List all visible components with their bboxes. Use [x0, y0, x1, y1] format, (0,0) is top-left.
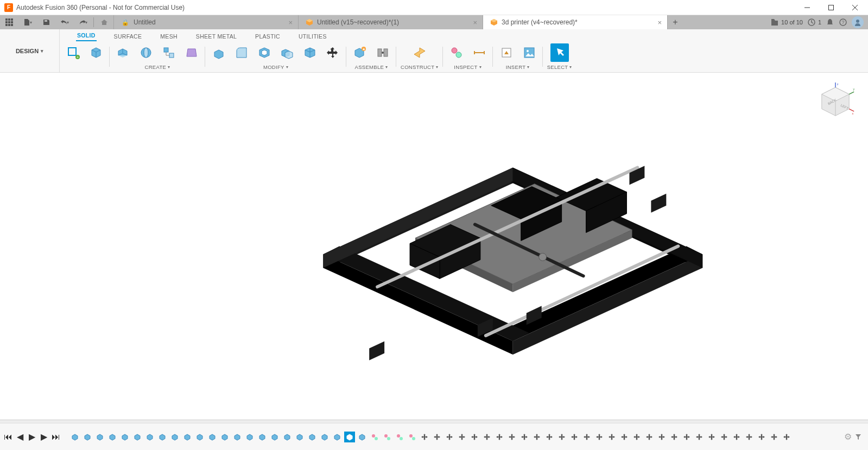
timeline-item[interactable] [157, 432, 168, 442]
timeline-item[interactable] [244, 432, 255, 442]
group-label-create[interactable]: CREATE [145, 63, 170, 70]
timeline-item[interactable] [756, 432, 767, 442]
measure-tool[interactable] [447, 43, 466, 62]
tab-close-icon[interactable]: × [657, 18, 662, 27]
joint-tool[interactable] [373, 43, 392, 62]
timeline-item[interactable] [119, 432, 130, 442]
extensions-status[interactable]: 10 of 10 [770, 18, 803, 27]
timeline-item[interactable] [656, 432, 667, 442]
timeline-item[interactable] [307, 432, 318, 442]
timeline-item[interactable] [407, 432, 417, 442]
ribbon-tab-mesh[interactable]: MESH [159, 31, 179, 41]
redo-button[interactable]: ▾ [74, 15, 92, 29]
timeline-item[interactable] [269, 432, 280, 442]
tab-close-icon[interactable]: × [473, 18, 477, 27]
timeline-item[interactable] [194, 432, 205, 442]
timeline-item[interactable] [594, 432, 605, 442]
timeline-item[interactable] [257, 432, 268, 442]
group-label-construct[interactable]: CONSTRUCT [401, 63, 439, 70]
timeline-item[interactable] [706, 432, 717, 442]
timeline-item[interactable] [369, 432, 380, 442]
timeline-item[interactable] [332, 432, 343, 442]
timeline-item[interactable] [344, 432, 355, 442]
timeline-item[interactable] [469, 432, 480, 442]
move-tool[interactable] [324, 43, 342, 62]
notification-icon[interactable] [826, 18, 834, 27]
timeline-item[interactable] [544, 432, 555, 442]
timeline-item[interactable] [519, 432, 530, 442]
group-label-select[interactable]: SELECT [547, 63, 572, 70]
revolve-tool[interactable] [137, 43, 155, 62]
group-label-insert[interactable]: INSERT [506, 63, 530, 70]
undo-button[interactable]: ▾ [55, 15, 74, 29]
timeline-next-button[interactable]: ▶ [39, 432, 49, 442]
loft-tool[interactable] [182, 43, 201, 62]
sweep-tool[interactable] [160, 43, 178, 62]
combine-tool[interactable] [278, 43, 296, 62]
viewport[interactable]: BACK LEFT y z x [0, 73, 868, 420]
timeline-item[interactable] [556, 432, 567, 442]
ribbon-tab-sheet-metal[interactable]: SHEET METAL [195, 31, 238, 41]
create-sketch-tool[interactable]: + [64, 43, 83, 62]
timeline-item[interactable] [319, 432, 330, 442]
maximize-button[interactable] [819, 0, 843, 15]
timeline-item[interactable] [631, 432, 642, 442]
timeline-item[interactable] [132, 432, 143, 442]
timeline-item[interactable] [694, 432, 705, 442]
timeline-item[interactable] [581, 432, 592, 442]
ribbon-tab-solid[interactable]: SOLID [76, 30, 97, 41]
timeline-item[interactable] [219, 432, 230, 442]
timeline-item[interactable] [182, 432, 193, 442]
timeline-item[interactable] [357, 432, 368, 442]
timeline-item[interactable] [169, 432, 180, 442]
timeline-item[interactable] [681, 432, 692, 442]
data-panel-button[interactable] [0, 15, 18, 29]
timeline-item[interactable] [644, 432, 655, 442]
tab-close-icon[interactable]: × [288, 18, 293, 27]
group-label-assemble[interactable]: ASSEMBLE [355, 63, 388, 70]
timeline-play-button[interactable]: ▶ [27, 432, 37, 442]
draft-tool[interactable] [301, 43, 319, 62]
ribbon-tab-utilities[interactable]: UTILITIES [297, 31, 328, 41]
timeline-item[interactable] [506, 432, 517, 442]
fillet-tool[interactable] [232, 43, 251, 62]
view-cube[interactable]: BACK LEFT y z x [816, 83, 855, 122]
timeline-item[interactable] [781, 432, 792, 442]
press-pull-tool[interactable] [210, 43, 228, 62]
timeline-item[interactable] [94, 432, 105, 442]
timeline-item[interactable] [569, 432, 580, 442]
minimize-button[interactable] [795, 0, 819, 15]
timeline-end-button[interactable]: ⏭ [51, 432, 61, 442]
workspace-switcher[interactable]: DESIGN [10, 45, 49, 58]
select-tool[interactable] [550, 43, 569, 62]
timeline-item[interactable] [432, 432, 442, 442]
timeline-item[interactable] [731, 432, 742, 442]
timeline-item[interactable] [494, 432, 505, 442]
timeline-item[interactable] [69, 432, 80, 442]
timeline-item[interactable] [82, 432, 93, 442]
document-tab-0[interactable]: 🔒 Untitled × [114, 15, 299, 29]
shell-tool[interactable] [255, 43, 274, 62]
job-status[interactable]: 1 [807, 18, 821, 27]
timeline-item[interactable] [107, 432, 118, 442]
group-label-inspect[interactable]: INSPECT [454, 63, 481, 70]
timeline-start-button[interactable]: ⏮ [3, 432, 13, 442]
timeline-item[interactable] [531, 432, 542, 442]
help-icon[interactable]: ? [839, 18, 847, 27]
timeline-filter-icon[interactable] [855, 434, 861, 440]
new-component-tool[interactable]: ★ [351, 43, 369, 62]
timeline-item[interactable] [457, 432, 467, 442]
timeline-item[interactable] [619, 432, 630, 442]
file-menu-button[interactable]: ▾ [18, 15, 37, 29]
ribbon-tab-surface[interactable]: SURFACE [113, 31, 143, 41]
ribbon-tab-plastic[interactable]: PLASTIC [254, 31, 281, 41]
timeline-item[interactable] [444, 432, 455, 442]
group-label-modify[interactable]: MODIFY [263, 63, 288, 70]
timeline-item[interactable] [606, 432, 617, 442]
timeline-item[interactable] [394, 432, 405, 442]
close-button[interactable] [843, 0, 867, 15]
insert-derive-tool[interactable] [497, 43, 516, 62]
timeline-settings-icon[interactable]: ⚙ [844, 432, 852, 442]
timeline-prev-button[interactable]: ◀ [15, 432, 25, 442]
timeline-item[interactable] [232, 432, 243, 442]
